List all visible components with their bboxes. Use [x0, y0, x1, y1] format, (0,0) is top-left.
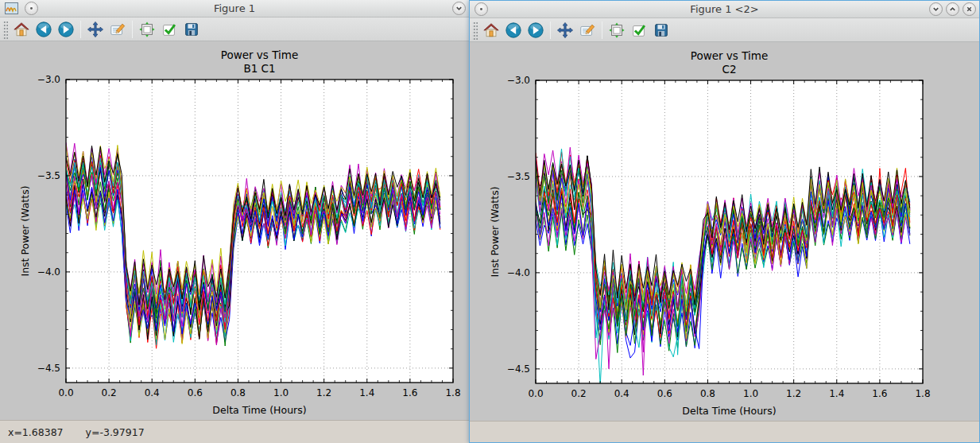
figure-canvas[interactable]: 0.00.20.40.60.81.01.21.41.61.8−3.0−3.5−4…: [470, 42, 979, 421]
svg-text:−4.5: −4.5: [507, 363, 530, 375]
svg-text:0.8: 0.8: [700, 388, 715, 399]
svg-text:−4.5: −4.5: [37, 363, 60, 374]
back-icon: [505, 21, 522, 39]
svg-text:B1 C1: B1 C1: [243, 62, 275, 75]
svg-text:−4.0: −4.0: [37, 266, 60, 278]
svg-text:0.2: 0.2: [571, 388, 587, 399]
toolbar-separator: [132, 21, 133, 38]
svg-text:1.2: 1.2: [316, 387, 331, 398]
svg-text:Power vs Time: Power vs Time: [691, 49, 768, 62]
shade-button[interactable]: [452, 2, 466, 15]
figure-window-2: Figure 1 <2>: [469, 0, 980, 443]
titlebar[interactable]: Figure 1 <2>: [470, 1, 979, 18]
matplotlib-app-icon: [5, 2, 18, 14]
svg-text:1.6: 1.6: [872, 388, 887, 399]
zoom-edit-icon: [579, 21, 596, 39]
close-button[interactable]: [963, 2, 976, 16]
home-icon: [482, 21, 500, 39]
close-icon: [965, 5, 974, 14]
svg-text:Delta Time (Hours): Delta Time (Hours): [212, 404, 306, 416]
forward-button[interactable]: [56, 19, 76, 40]
window-menu-button[interactable]: [475, 2, 488, 16]
svg-text:1.4: 1.4: [829, 388, 844, 399]
configure-subplots-icon: [138, 21, 156, 38]
titlebar[interactable]: Figure 1: [0, 0, 469, 17]
chevron-down-icon: [455, 4, 463, 13]
svg-text:0.4: 0.4: [614, 388, 629, 399]
forward-icon: [527, 21, 544, 39]
minimize-button[interactable]: [929, 2, 943, 16]
svg-text:−3.0: −3.0: [507, 75, 530, 86]
configure-subplots-button[interactable]: [137, 19, 157, 40]
mpl-toolbar: [470, 18, 979, 42]
configure-subplots-icon: [608, 21, 626, 39]
forward-icon: [57, 21, 75, 38]
back-button[interactable]: [503, 20, 524, 41]
svg-text:0.8: 0.8: [230, 387, 246, 398]
window-menu-button[interactable]: [25, 2, 38, 15]
toolbar-separator: [602, 21, 602, 39]
chevron-down-icon: [932, 5, 940, 14]
pan-button[interactable]: [555, 20, 575, 41]
zoom-button[interactable]: [577, 20, 598, 41]
figure-window-1: Figure 1: [0, 0, 470, 443]
customize-button[interactable]: [159, 19, 180, 40]
menu-dot-icon: [477, 5, 486, 14]
svg-text:1.4: 1.4: [359, 387, 374, 398]
checkmark-icon: [161, 21, 178, 38]
customize-button[interactable]: [629, 20, 649, 41]
save-button[interactable]: [651, 20, 672, 41]
back-button[interactable]: [33, 19, 54, 40]
figure-canvas[interactable]: 0.00.20.40.60.81.01.21.41.61.8−3.0−3.5−4…: [0, 41, 469, 420]
pan-button[interactable]: [85, 19, 106, 40]
checkmark-icon: [630, 21, 648, 39]
toolbar-drag-handle[interactable]: [472, 21, 478, 40]
chevron-up-icon: [948, 5, 957, 14]
svg-text:0.6: 0.6: [657, 388, 672, 399]
svg-text:C2: C2: [722, 63, 736, 76]
statusbar: x=1.68387 y=-3.97917: [0, 420, 469, 443]
home-button[interactable]: [11, 19, 32, 40]
maximize-button[interactable]: [946, 2, 959, 16]
svg-text:0.0: 0.0: [528, 388, 543, 399]
svg-text:0.4: 0.4: [145, 387, 160, 398]
save-button[interactable]: [181, 19, 202, 40]
cursor-x-readout: x=1.68387: [8, 426, 64, 438]
zoom-edit-icon: [109, 21, 126, 38]
toolbar-separator: [550, 21, 551, 39]
toolbar-separator: [80, 21, 81, 38]
chart-c2[interactable]: 0.00.20.40.60.81.01.21.41.61.8−3.0−3.5−4…: [470, 42, 979, 421]
mpl-toolbar: [0, 17, 469, 41]
window-title: Figure 1: [0, 2, 469, 14]
svg-text:Inst Power (Watts): Inst Power (Watts): [19, 185, 31, 276]
back-icon: [35, 21, 52, 38]
toolbar-drag-handle[interactable]: [2, 20, 8, 39]
svg-text:0.2: 0.2: [102, 387, 117, 398]
svg-text:−4.0: −4.0: [507, 267, 530, 278]
svg-text:1.0: 1.0: [273, 387, 289, 398]
svg-text:−3.0: −3.0: [37, 74, 60, 85]
save-icon: [183, 21, 200, 38]
desktop: Figure 1: [0, 0, 980, 443]
pan-icon: [556, 21, 574, 39]
svg-text:1.8: 1.8: [445, 387, 460, 398]
zoom-button[interactable]: [107, 19, 128, 40]
statusbar: [470, 421, 979, 442]
svg-text:0.0: 0.0: [58, 387, 73, 398]
home-icon: [13, 21, 30, 38]
menu-dot-icon: [27, 4, 36, 13]
svg-text:1.6: 1.6: [402, 387, 417, 398]
cursor-y-readout: y=-3.97917: [86, 426, 145, 438]
svg-text:Power vs Time: Power vs Time: [221, 49, 298, 61]
svg-text:−3.5: −3.5: [507, 171, 530, 182]
save-icon: [653, 21, 670, 39]
pan-icon: [87, 21, 104, 38]
window-title: Figure 1 <2>: [470, 3, 979, 15]
chart-b1c1[interactable]: 0.00.20.40.60.81.01.21.41.61.8−3.0−3.5−4…: [0, 41, 470, 420]
svg-text:1.0: 1.0: [743, 388, 758, 399]
svg-text:1.8: 1.8: [915, 388, 930, 399]
forward-button[interactable]: [525, 20, 546, 41]
configure-subplots-button[interactable]: [606, 20, 627, 41]
home-button[interactable]: [481, 20, 502, 41]
svg-text:1.2: 1.2: [786, 388, 801, 399]
